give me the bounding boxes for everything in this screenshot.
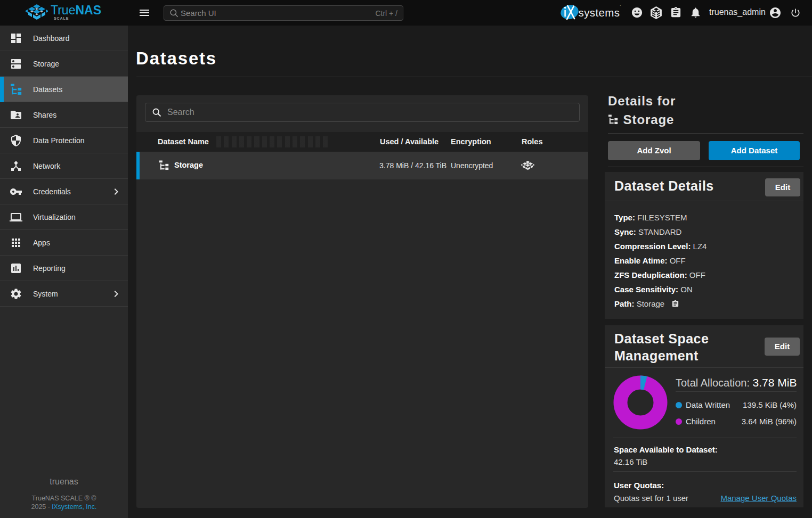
svg-text:systems: systems [579,6,620,19]
svg-text:˙: ˙ [620,4,622,11]
